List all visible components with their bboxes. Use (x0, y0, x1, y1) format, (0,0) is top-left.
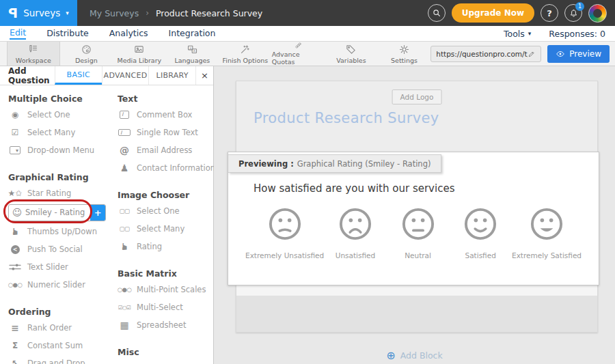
breadcrumb-current-survey: Product Research Survey (156, 8, 262, 18)
smiley-smile-icon (463, 207, 497, 241)
question-preview-card: Previewing : Graphical Rating (Smiley - … (228, 152, 599, 285)
qt-rank-order[interactable]: ≡ Rank Order (8, 319, 109, 337)
smiley-slight-frown-icon (268, 207, 302, 241)
qt-smiley-rating-selected[interactable]: ☺ Smiley - Rating + (8, 202, 109, 223)
surveys-product-menu[interactable]: P Surveys ▾ (0, 0, 77, 26)
toolbar-media-library[interactable]: Media Library (113, 42, 166, 66)
qt-email-address[interactable]: @ Email Address (118, 141, 214, 159)
toolbar-finish-options[interactable]: Finish Options (219, 42, 272, 66)
add-question-panel: Add Question BASIC ADVANCED LIBRARY × Mu… (0, 66, 214, 364)
upgrade-now-button[interactable]: Upgrade Now (452, 3, 534, 23)
qt-multi-point-scales[interactable]: ○●○ Multi-Point Scales (118, 281, 214, 298)
tab-basic[interactable]: BASIC (55, 66, 102, 85)
survey-title[interactable]: Product Research Survey (254, 110, 439, 126)
toolbar-workspace[interactable]: Workspace (7, 42, 60, 66)
single-row-icon: I (118, 129, 131, 136)
drag-cursor-icon: ↖ (8, 359, 22, 364)
qt-image-select-many[interactable]: ▢▢ Select Many (118, 220, 214, 238)
edit-toolbar: Workspace Design Media Library a A Langu… (0, 42, 615, 66)
tab-integration[interactable]: Integration (169, 28, 216, 39)
radio-stack-icon: ◉ (8, 110, 22, 120)
qt-numeric-slider[interactable]: ○●○ Numeric Slider (8, 276, 109, 294)
qt-thumbs-up-down[interactable]: ☛ Thumbs Up/Down (8, 223, 109, 240)
toolbar-languages[interactable]: a A Languages (166, 42, 219, 66)
tab-library[interactable]: LIBRARY (148, 66, 195, 85)
survey-url-input[interactable] (436, 50, 528, 58)
section-multiple-choice: Multiple Choice (8, 94, 109, 104)
comment-box-icon: I (120, 111, 129, 119)
toolbar-right: Preview (430, 42, 615, 66)
survey-canvas: Add Logo Product Research Survey Preview… (214, 66, 615, 364)
questionpro-logo-icon: P (8, 5, 18, 20)
qt-multi-select[interactable]: ☑○☑ Multi-Select (118, 298, 214, 316)
toolbar-advance-quotas[interactable]: Advance Quotas (272, 42, 325, 66)
toolbar-settings[interactable]: Settings (378, 42, 431, 66)
qt-single-row-text[interactable]: I Single Row Text (118, 124, 214, 141)
qt-drop-down-menu[interactable]: ▾ Drop-down Menu (8, 141, 109, 159)
top-header: P Surveys ▾ My Surveys › Product Researc… (0, 0, 615, 26)
image-icon (133, 44, 145, 55)
chevron-down-icon: ▾ (66, 10, 69, 16)
close-panel-button[interactable]: × (195, 66, 213, 85)
numbered-list-icon: ≡ (8, 322, 22, 333)
card-strip (236, 285, 597, 295)
qt-select-one[interactable]: ◉ Select One (8, 106, 109, 124)
tab-advanced[interactable]: ADVANCED (102, 66, 149, 85)
option-extremely-satisfied[interactable]: Extremely Satisfied (512, 207, 582, 260)
close-icon: × (201, 70, 208, 81)
qt-spreadsheet[interactable]: ▦ Spreadsheet (118, 316, 214, 334)
add-block-button[interactable]: ⊕ Add Block (214, 349, 615, 362)
notifications-button[interactable]: 1 (564, 4, 582, 22)
search-button[interactable] (428, 4, 446, 22)
qt-image-select-one[interactable]: ▢▢ Select One (118, 202, 214, 220)
tab-edit[interactable]: Edit (10, 27, 26, 40)
sigma-icon: Σ (8, 341, 22, 350)
pencil-icon[interactable] (528, 50, 536, 58)
chevron-down-icon: ▾ (528, 30, 532, 37)
tab-analytics[interactable]: Analytics (109, 28, 148, 39)
chain-links-icon (292, 42, 304, 49)
qt-image-rating[interactable]: ☛ Rating (118, 238, 214, 255)
add-smiley-question-button[interactable]: + (90, 204, 105, 221)
eye-icon (556, 49, 565, 59)
breadcrumb-my-surveys[interactable]: My Surveys (90, 8, 139, 18)
question-types-column-2: Text I Comment Box I Single Row Text @ E… (109, 85, 214, 359)
qt-select-many[interactable]: ☑ Select Many (8, 124, 109, 141)
thumb-icon: ☛ (10, 227, 20, 236)
qt-star-rating[interactable]: ★✩ Star Rating (8, 184, 109, 202)
numeric-slider-icon: ○●○ (8, 281, 22, 288)
qt-constant-sum[interactable]: Σ Constant Sum (8, 337, 109, 354)
product-name: Surveys (23, 8, 60, 18)
toolbar-variables[interactable]: Variables (325, 42, 378, 66)
question-types-column-1: Multiple Choice ◉ Select One ☑ Select Ma… (0, 85, 109, 364)
help-button[interactable]: ? (541, 4, 558, 22)
panel-tabs: Add Question BASIC ADVANCED LIBRARY × (0, 66, 213, 85)
option-satisfied[interactable]: Satisfied (449, 207, 512, 260)
dual-image-icon: ▢▢ (118, 225, 131, 232)
tag-icon (345, 44, 357, 55)
qt-push-to-social[interactable]: < Push To Social (8, 240, 109, 258)
search-icon (432, 8, 441, 18)
palette-icon (81, 44, 92, 55)
at-sign-icon: @ (118, 145, 131, 156)
toolbar-design[interactable]: Design (60, 42, 113, 66)
tab-distribute[interactable]: Distribute (46, 28, 89, 39)
option-unsatisfied[interactable]: Unsatisfied (324, 207, 387, 260)
card-footer (236, 295, 597, 332)
smiley-rating-box[interactable]: ☺ Smiley - Rating + (8, 204, 106, 221)
dual-image-icon: ▢▢ (118, 208, 131, 214)
avatar[interactable] (588, 4, 607, 23)
qt-contact-information[interactable]: ♟ Contact Information (118, 159, 214, 177)
breadcrumb-chevron-icon: › (146, 8, 149, 18)
option-neutral[interactable]: Neutral (387, 207, 450, 260)
smiley-big-smile-icon (530, 207, 564, 241)
preview-button[interactable]: Preview (547, 45, 610, 63)
qt-comment-box[interactable]: I Comment Box (118, 106, 214, 124)
option-extremely-unsatisfied[interactable]: Extremely Unsatisfied (245, 207, 324, 260)
section-misc: Misc (118, 347, 214, 357)
tools-menu[interactable]: Tools ▾ (504, 29, 531, 39)
add-logo-button[interactable]: Add Logo (392, 89, 442, 104)
qt-text-slider[interactable]: Text Slider (8, 258, 109, 276)
qt-drag-and-drop[interactable]: ↖ Drag and Drop (8, 354, 109, 364)
responses-count[interactable]: Responses: 0 (549, 29, 605, 39)
